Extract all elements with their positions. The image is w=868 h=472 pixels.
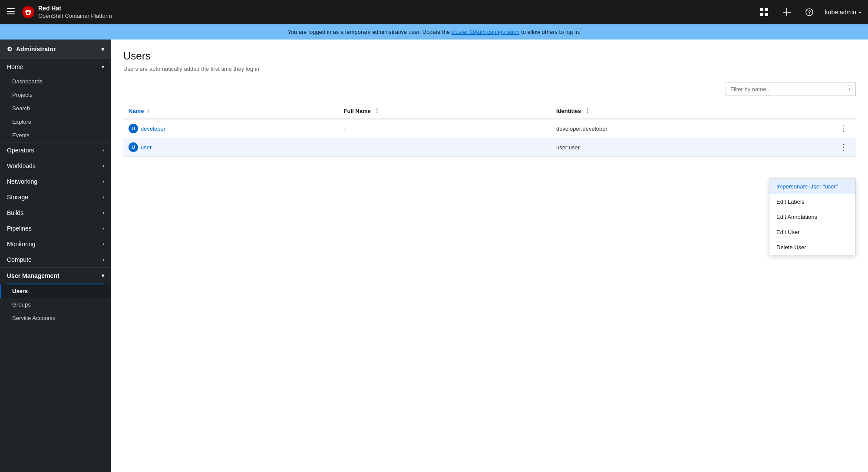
sidebar-group-storage[interactable]: Storage ›	[0, 189, 111, 205]
sidebar-group-pipelines[interactable]: Pipelines ›	[0, 221, 111, 236]
brand-platform: OpenShift Container Platform	[38, 13, 112, 20]
monitoring-chevron-icon: ›	[102, 241, 104, 247]
user-chevron-icon: ▾	[859, 10, 861, 15]
home-chevron-icon: ▾	[102, 64, 104, 70]
main-content: Users Users are automatically added the …	[111, 40, 868, 472]
user-link-user[interactable]: U user	[129, 142, 333, 152]
sidebar-group-home[interactable]: Home ▾	[0, 59, 111, 75]
admin-label: Administrator	[16, 46, 56, 53]
cell-name-developer: U developer	[123, 119, 339, 138]
svg-rect-4	[760, 8, 763, 11]
sidebar-group-monitoring[interactable]: Monitoring ›	[0, 236, 111, 252]
builds-chevron-icon: ›	[102, 210, 104, 216]
col-fullname-menu-icon[interactable]: ⋮	[374, 107, 380, 114]
sidebar-group-networking-label: Networking	[7, 178, 37, 185]
gear-icon: ⚙	[7, 46, 13, 53]
brand-logo: Red Hat OpenShift Container Platform	[22, 4, 112, 20]
col-identities-label: Identities	[556, 108, 581, 114]
svg-rect-9	[783, 12, 791, 13]
cell-actions-developer: ⋮	[831, 119, 856, 138]
sidebar-group-monitoring-label: Monitoring	[7, 241, 35, 248]
page-description: Users are automatically added the first …	[123, 66, 856, 72]
sidebar-item-service-accounts[interactable]: Service Accounts	[0, 311, 111, 325]
sidebar-item-dashboards[interactable]: Dashboards	[0, 75, 111, 88]
compute-chevron-icon: ›	[102, 257, 104, 263]
col-header-fullname: Full Name ⋮	[339, 103, 551, 119]
user-link-developer[interactable]: U developer	[129, 124, 333, 133]
sidebar-group-storage-label: Storage	[7, 194, 28, 201]
sidebar-item-explore[interactable]: Explore	[0, 115, 111, 129]
col-fullname-label: Full Name	[344, 108, 371, 114]
user-avatar-developer: U	[129, 124, 138, 133]
workloads-chevron-icon: ›	[102, 163, 104, 169]
sidebar-group-workloads[interactable]: Workloads ›	[0, 158, 111, 174]
col-header-identities: Identities ⋮	[551, 103, 831, 119]
filter-input[interactable]	[726, 83, 856, 96]
cell-identities-developer: developer:developer	[551, 119, 831, 138]
filter-input-wrapper: /	[726, 83, 856, 96]
table-row: U user - user:user ⋮	[123, 138, 856, 157]
user-menu[interactable]: kube:admin ▾	[825, 9, 861, 16]
kebab-menu-developer[interactable]: ⋮	[836, 124, 851, 133]
context-menu-edit-annotations[interactable]: Edit Annotations	[769, 209, 855, 224]
operators-chevron-icon: ›	[102, 147, 104, 153]
storage-chevron-icon: ›	[102, 194, 104, 200]
svg-rect-2	[7, 13, 15, 14]
col-header-actions	[831, 103, 856, 119]
user-mgmt-chevron-icon: ▾	[102, 273, 104, 279]
pipelines-chevron-icon: ›	[102, 225, 104, 231]
sidebar-group-builds[interactable]: Builds ›	[0, 205, 111, 221]
context-menu-delete-user[interactable]: Delete User	[769, 240, 855, 255]
sidebar-group-workloads-label: Workloads	[7, 162, 36, 169]
page-title: Users	[123, 50, 856, 62]
sidebar: ⚙ Administrator ▾ Home ▾ Dashboards Proj…	[0, 40, 111, 472]
admin-selector[interactable]: ⚙ Administrator ▾	[0, 40, 111, 59]
context-menu-impersonate[interactable]: Impersonate User "user"	[769, 179, 855, 194]
user-avatar-user: U	[129, 142, 138, 152]
col-identities-menu-icon[interactable]: ⋮	[584, 107, 591, 114]
sidebar-item-projects[interactable]: Projects	[0, 88, 111, 102]
grid-icon[interactable]	[757, 5, 771, 19]
users-table: Name ↑ Full Name ⋮ Identities ⋮	[123, 103, 856, 157]
top-navigation: Red Hat OpenShift Container Platform ? k…	[0, 0, 868, 24]
sidebar-group-compute-label: Compute	[7, 256, 32, 263]
sidebar-group-compute[interactable]: Compute ›	[0, 252, 111, 267]
sidebar-group-networking[interactable]: Networking ›	[0, 174, 111, 189]
kebab-menu-user[interactable]: ⋮	[836, 142, 851, 152]
context-menu: Impersonate User "user" Edit Labels Edit…	[769, 178, 856, 255]
filter-bar: /	[123, 83, 856, 96]
sidebar-item-users[interactable]: Users	[0, 284, 111, 298]
svg-rect-1	[7, 11, 15, 12]
info-banner: You are logged in as a temporary adminis…	[0, 24, 868, 40]
cell-actions-user: ⋮	[831, 138, 856, 157]
svg-text:?: ?	[808, 10, 811, 15]
sort-asc-icon: ↑	[147, 109, 150, 114]
sidebar-item-search[interactable]: Search	[0, 102, 111, 115]
user-label: kube:admin	[825, 9, 856, 16]
context-menu-edit-user[interactable]: Edit User	[769, 224, 855, 240]
svg-rect-6	[760, 13, 763, 16]
svg-rect-7	[765, 13, 768, 16]
oauth-config-link[interactable]: cluster OAuth configuration	[452, 29, 520, 35]
table-row: U developer - developer:developer ⋮	[123, 119, 856, 138]
sidebar-group-operators-label: Operators	[7, 147, 34, 154]
plus-icon[interactable]	[780, 5, 794, 19]
sidebar-item-events[interactable]: Events	[0, 129, 111, 142]
col-name-label: Name	[129, 108, 144, 114]
sidebar-item-groups[interactable]: Groups	[0, 298, 111, 311]
help-icon[interactable]: ?	[802, 5, 816, 19]
cell-name-user: U user	[123, 138, 339, 157]
context-menu-edit-labels[interactable]: Edit Labels	[769, 194, 855, 209]
col-header-name[interactable]: Name ↑	[123, 103, 339, 119]
svg-rect-0	[7, 8, 15, 9]
sidebar-group-operators[interactable]: Operators ›	[0, 142, 111, 158]
filter-slash-icon: /	[847, 86, 852, 93]
svg-rect-5	[765, 8, 768, 11]
brand-redhat: Red Hat	[38, 4, 112, 12]
sidebar-group-user-management[interactable]: User Management ▾	[0, 267, 111, 284]
networking-chevron-icon: ›	[102, 178, 104, 185]
cell-fullname-developer: -	[339, 119, 551, 138]
username-user: user	[141, 144, 152, 151]
sidebar-group-builds-label: Builds	[7, 209, 23, 216]
hamburger-icon[interactable]	[7, 7, 15, 17]
